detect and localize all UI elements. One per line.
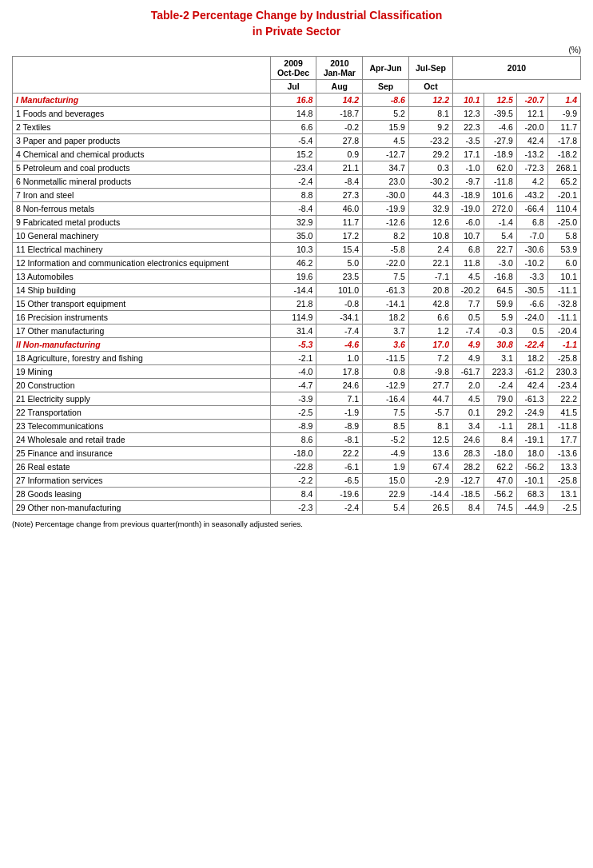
data-cell: -3.5 <box>452 134 484 148</box>
data-cell: 22.1 <box>408 257 452 270</box>
data-cell: 2.0 <box>452 379 484 392</box>
data-cell: -7.1 <box>408 270 452 284</box>
data-cell: 15.0 <box>363 474 409 488</box>
data-cell: 1.2 <box>408 325 452 338</box>
data-cell: 0.3 <box>408 161 452 175</box>
data-cell: -14.4 <box>270 284 316 297</box>
data-cell: 10.3 <box>270 243 316 257</box>
data-cell: -8.4 <box>316 175 363 189</box>
row-label: 26 Real estate <box>13 460 271 474</box>
data-cell: -20.2 <box>452 284 484 297</box>
data-cell: -2.4 <box>270 175 316 189</box>
data-cell: -13.2 <box>516 148 547 161</box>
data-cell: -0.3 <box>484 325 516 338</box>
row-label: 3 Paper and paper products <box>13 134 271 148</box>
row-label: 5 Petroleum and coal products <box>13 161 271 175</box>
data-cell: 28.2 <box>452 460 484 474</box>
row-label: 29 Other non-manufacturing <box>13 501 271 515</box>
data-cell: -5.4 <box>270 134 316 148</box>
data-cell: 6.8 <box>452 243 484 257</box>
data-cell: 101.6 <box>484 189 516 202</box>
data-cell: -3.3 <box>516 270 547 284</box>
data-cell: 10.7 <box>452 229 484 243</box>
data-cell: 8.6 <box>270 433 316 447</box>
data-cell: 22.9 <box>363 488 409 501</box>
data-cell: -6.5 <box>316 474 363 488</box>
data-cell: 7.5 <box>363 406 409 420</box>
data-cell: -2.1 <box>270 352 316 365</box>
data-cell: -61.2 <box>516 365 547 379</box>
row-label: 8 Non-ferrous metals <box>13 202 271 216</box>
data-cell: -30.6 <box>516 243 547 257</box>
row-label: 16 Precision instruments <box>13 311 271 325</box>
data-cell: -34.1 <box>316 311 363 325</box>
data-cell: 5.4 <box>363 501 409 515</box>
data-cell: -7.0 <box>516 229 547 243</box>
data-cell: 17.1 <box>452 148 484 161</box>
data-cell: 42.8 <box>408 297 452 311</box>
data-cell: 3.4 <box>452 420 484 433</box>
data-cell: 10.1 <box>547 270 580 284</box>
data-cell: -11.8 <box>484 175 516 189</box>
data-cell: -61.7 <box>452 365 484 379</box>
data-cell: -2.3 <box>270 501 316 515</box>
data-cell: -20.7 <box>516 94 547 107</box>
data-cell: -66.4 <box>516 202 547 216</box>
data-cell: 13.6 <box>408 447 452 460</box>
data-cell: 44.7 <box>408 392 452 406</box>
data-cell: -25.8 <box>547 352 580 365</box>
data-cell: -6.1 <box>316 460 363 474</box>
data-cell: 7.2 <box>408 352 452 365</box>
data-cell: 0.5 <box>516 325 547 338</box>
data-cell: -10.1 <box>516 474 547 488</box>
data-cell: 20.8 <box>408 284 452 297</box>
row-label: 28 Goods leasing <box>13 488 271 501</box>
data-cell: -18.2 <box>547 148 580 161</box>
data-cell: 32.9 <box>408 202 452 216</box>
data-cell: 5.8 <box>547 229 580 243</box>
data-cell: 8.8 <box>270 189 316 202</box>
data-cell: 114.9 <box>270 311 316 325</box>
data-cell: -23.4 <box>547 379 580 392</box>
data-cell: 47.0 <box>484 474 516 488</box>
row-label: 9 Fabricated metal products <box>13 216 271 229</box>
data-cell: 13.3 <box>547 460 580 474</box>
data-table: 2009Oct-Dec 2010Jan-Mar Apr-Jun Jul-Sep … <box>12 56 581 515</box>
data-cell: 7.7 <box>452 297 484 311</box>
data-cell: -11.1 <box>547 311 580 325</box>
data-cell: 24.6 <box>316 379 363 392</box>
data-cell: 4.5 <box>452 270 484 284</box>
row-label: II Non-manufacturing <box>13 338 271 352</box>
data-cell: 15.9 <box>363 121 409 134</box>
data-cell: 44.3 <box>408 189 452 202</box>
data-cell: 41.5 <box>547 406 580 420</box>
data-cell: -8.1 <box>316 433 363 447</box>
data-cell: 18.2 <box>516 352 547 365</box>
data-cell: 22.2 <box>547 392 580 406</box>
data-cell: -18.0 <box>484 447 516 460</box>
data-cell: 23.5 <box>316 270 363 284</box>
data-cell: 28.3 <box>452 447 484 460</box>
data-cell: -27.9 <box>484 134 516 148</box>
data-cell: 1.9 <box>363 460 409 474</box>
data-cell: 68.3 <box>516 488 547 501</box>
data-cell: 8.1 <box>408 107 452 121</box>
data-cell: 6.6 <box>408 311 452 325</box>
data-cell: 32.9 <box>270 216 316 229</box>
data-cell: 8.4 <box>484 433 516 447</box>
data-cell: 12.5 <box>408 433 452 447</box>
data-cell: 6.6 <box>270 121 316 134</box>
row-label: 1 Foods and beverages <box>13 107 271 121</box>
data-cell: 12.1 <box>516 107 547 121</box>
data-cell: 27.7 <box>408 379 452 392</box>
data-cell: -9.7 <box>452 175 484 189</box>
data-cell: -61.3 <box>363 284 409 297</box>
data-cell: 8.1 <box>408 420 452 433</box>
data-cell: -44.9 <box>516 501 547 515</box>
data-cell: -25.0 <box>547 216 580 229</box>
data-cell: 42.4 <box>516 379 547 392</box>
row-label: 15 Other transport equipment <box>13 297 271 311</box>
table-title: Table-2 Percentage Change by Industrial … <box>12 8 581 39</box>
data-cell: 16.8 <box>270 94 316 107</box>
data-cell: 5.4 <box>484 229 516 243</box>
